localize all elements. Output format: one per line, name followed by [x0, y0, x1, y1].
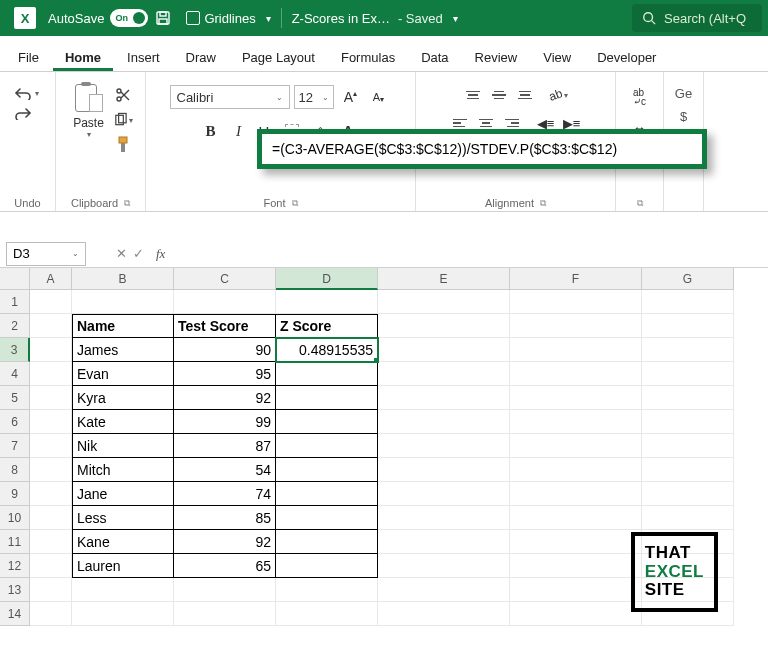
cell-F11[interactable] [510, 530, 642, 554]
cell-E10[interactable] [378, 506, 510, 530]
currency-button[interactable]: $ [680, 109, 687, 124]
cell-E8[interactable] [378, 458, 510, 482]
cell-E9[interactable] [378, 482, 510, 506]
redo-button[interactable] [14, 106, 32, 120]
cell-E6[interactable] [378, 410, 510, 434]
cell-B11[interactable]: Kane [72, 530, 174, 554]
row-header[interactable]: 6 [0, 410, 30, 434]
cell-B2[interactable]: Name [72, 314, 174, 338]
cell-D5[interactable] [276, 386, 378, 410]
cell-D14[interactable] [276, 602, 378, 626]
cell-C11[interactable]: 92 [174, 530, 276, 554]
cell-F13[interactable] [510, 578, 642, 602]
cell-C13[interactable] [174, 578, 276, 602]
cell-D4[interactable] [276, 362, 378, 386]
cell-D2[interactable]: Z Score [276, 314, 378, 338]
tab-insert[interactable]: Insert [115, 43, 172, 71]
cell-D13[interactable] [276, 578, 378, 602]
dialog-launcher-icon[interactable]: ⧉ [540, 198, 546, 209]
decrease-font-button[interactable]: A▾ [366, 84, 392, 110]
cell-C7[interactable]: 87 [174, 434, 276, 458]
cell-D7[interactable] [276, 434, 378, 458]
cell-E11[interactable] [378, 530, 510, 554]
gridlines-toggle[interactable]: Gridlines ▾ [186, 11, 270, 26]
row-header[interactable]: 5 [0, 386, 30, 410]
chevron-down-icon[interactable]: ▾ [453, 13, 458, 24]
cell-F14[interactable] [510, 602, 642, 626]
cell-F12[interactable] [510, 554, 642, 578]
cell-D9[interactable] [276, 482, 378, 506]
cell-F10[interactable] [510, 506, 642, 530]
cell-A2[interactable] [30, 314, 72, 338]
cell-F9[interactable] [510, 482, 642, 506]
file-name[interactable]: Z-Scores in Ex… [292, 11, 390, 26]
row-header[interactable]: 13 [0, 578, 30, 602]
increase-font-button[interactable]: A▴ [338, 84, 364, 110]
enter-formula-icon[interactable]: ✓ [133, 246, 144, 261]
col-header-g[interactable]: G [642, 268, 734, 290]
cell-B4[interactable]: Evan [72, 362, 174, 386]
cell-D6[interactable] [276, 410, 378, 434]
cell-F6[interactable] [510, 410, 642, 434]
tab-page-layout[interactable]: Page Layout [230, 43, 327, 71]
cell-A1[interactable] [30, 290, 72, 314]
format-painter-button[interactable] [113, 136, 133, 154]
cell-E1[interactable] [378, 290, 510, 314]
row-header[interactable]: 12 [0, 554, 30, 578]
copy-button[interactable]: ▾ [113, 111, 133, 129]
cell-D8[interactable] [276, 458, 378, 482]
cell-E7[interactable] [378, 434, 510, 458]
cell-B7[interactable]: Nik [72, 434, 174, 458]
tab-view[interactable]: View [531, 43, 583, 71]
tab-review[interactable]: Review [463, 43, 530, 71]
cell-G7[interactable] [642, 434, 734, 458]
dialog-launcher-icon[interactable]: ⧉ [637, 198, 643, 209]
col-header-c[interactable]: C [174, 268, 276, 290]
cell-C2[interactable]: Test Score [174, 314, 276, 338]
cell-B5[interactable]: Kyra [72, 386, 174, 410]
align-top-button[interactable] [461, 84, 485, 106]
col-header-b[interactable]: B [72, 268, 174, 290]
cell-A14[interactable] [30, 602, 72, 626]
bold-button[interactable]: B [198, 118, 224, 144]
select-all-corner[interactable] [0, 268, 30, 290]
cell-E2[interactable] [378, 314, 510, 338]
cell-G9[interactable] [642, 482, 734, 506]
cell-E3[interactable] [378, 338, 510, 362]
cell-G10[interactable] [642, 506, 734, 530]
cell-C5[interactable]: 92 [174, 386, 276, 410]
tab-file[interactable]: File [6, 43, 51, 71]
col-header-e[interactable]: E [378, 268, 510, 290]
cell-A7[interactable] [30, 434, 72, 458]
cell-G5[interactable] [642, 386, 734, 410]
save-icon[interactable] [152, 7, 174, 29]
dialog-launcher-icon[interactable]: ⧉ [292, 198, 298, 209]
cell-E13[interactable] [378, 578, 510, 602]
row-header[interactable]: 14 [0, 602, 30, 626]
cell-C9[interactable]: 74 [174, 482, 276, 506]
cell-F7[interactable] [510, 434, 642, 458]
cell-F5[interactable] [510, 386, 642, 410]
cell-G1[interactable] [642, 290, 734, 314]
cell-A9[interactable] [30, 482, 72, 506]
row-header[interactable]: 4 [0, 362, 30, 386]
cell-D1[interactable] [276, 290, 378, 314]
cell-B13[interactable] [72, 578, 174, 602]
tab-data[interactable]: Data [409, 43, 460, 71]
cell-B6[interactable]: Kate [72, 410, 174, 434]
autosave-control[interactable]: AutoSave On [48, 9, 148, 27]
row-header[interactable]: 10 [0, 506, 30, 530]
cell-A4[interactable] [30, 362, 72, 386]
cell-B14[interactable] [72, 602, 174, 626]
cell-G4[interactable] [642, 362, 734, 386]
cell-F8[interactable] [510, 458, 642, 482]
tab-formulas[interactable]: Formulas [329, 43, 407, 71]
tab-draw[interactable]: Draw [174, 43, 228, 71]
row-header[interactable]: 11 [0, 530, 30, 554]
row-header[interactable]: 9 [0, 482, 30, 506]
autosave-toggle[interactable]: On [110, 9, 148, 27]
col-header-d[interactable]: D [276, 268, 378, 290]
font-name-select[interactable]: Calibri⌄ [170, 85, 290, 109]
cell-B9[interactable]: Jane [72, 482, 174, 506]
cell-F1[interactable] [510, 290, 642, 314]
